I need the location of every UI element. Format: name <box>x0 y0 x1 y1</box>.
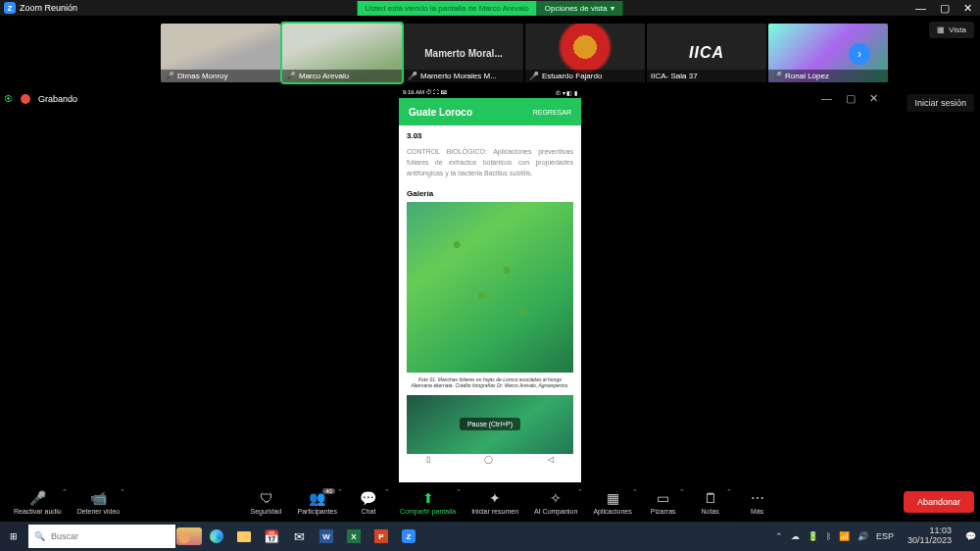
sparkle-icon: ✦ <box>489 490 501 506</box>
ai-companion-button[interactable]: ⌃✧AI Companion <box>526 490 585 515</box>
tray-chevron-icon[interactable]: ⌃ <box>775 531 783 541</box>
edge-taskbar-icon[interactable] <box>203 522 230 551</box>
zoom-taskbar-icon[interactable]: Z <box>395 522 422 551</box>
window-controls: — ▢ ✕ <box>915 2 980 15</box>
explorer-taskbar-icon[interactable] <box>230 522 258 551</box>
apps-button[interactable]: ⌃▦Aplicaciones <box>585 490 639 515</box>
chevron-up-icon[interactable]: ⌃ <box>337 488 343 496</box>
weather-widget[interactable] <box>175 522 203 551</box>
participant-tile[interactable]: IICA IICA- Sala 37 <box>647 24 766 82</box>
mic-muted-icon: 🎤 <box>529 72 539 80</box>
signin-button[interactable]: Iniciar sesión <box>906 94 974 112</box>
gallery-next-button[interactable]: › <box>849 43 870 65</box>
minimize-button[interactable]: — <box>915 2 926 15</box>
chat-button[interactable]: ⌃💬Chat <box>345 490 392 515</box>
chevron-down-icon: ▾ <box>611 4 614 13</box>
participant-name: Estuardo Fajardo <box>542 72 602 80</box>
participant-tile[interactable]: 🎤Dimas Monroy <box>161 24 280 82</box>
app-header: Guate Loroco REGRESAR <box>399 98 581 125</box>
bluetooth-icon[interactable]: ᛒ <box>826 531 831 541</box>
chevron-up-icon[interactable]: ⌃ <box>726 488 732 496</box>
window-title: Zoom Reunión <box>20 3 77 13</box>
mic-off-icon: 🎤 <box>29 490 46 506</box>
participants-gallery: 🎤Dimas Monroy 🎤Marco Arevalo Mamerto Mor… <box>127 24 921 84</box>
chevron-up-icon[interactable]: ⌃ <box>62 488 68 496</box>
participant-name: Ronal López <box>785 72 829 80</box>
shared-window-controls: — ▢ ✕ <box>821 92 878 105</box>
chevron-up-icon[interactable]: ⌃ <box>577 488 583 496</box>
more-button[interactable]: ⋯Más <box>734 490 781 515</box>
notes-button[interactable]: ⌃🗒Notas <box>687 490 734 515</box>
mic-muted-icon: 🎤 <box>408 72 417 80</box>
powerpoint-taskbar-icon[interactable]: P <box>368 522 395 551</box>
view-options-button[interactable]: Opciones de vista▾ <box>537 1 623 16</box>
audio-button[interactable]: ⌃🎤Reactivar audio <box>6 490 70 515</box>
mic-muted-icon: 🎤 <box>165 72 174 80</box>
whiteboard-button[interactable]: ⌃▭Pizarras <box>640 490 687 515</box>
calendar-taskbar-icon[interactable]: 📅 <box>258 522 285 551</box>
whiteboard-icon: ▭ <box>657 490 669 506</box>
taskbar-search[interactable]: 🔍Buscar <box>28 525 175 548</box>
taskbar-clock[interactable]: 11:0330/11/2023 <box>902 526 957 546</box>
check-icon: ⦿ <box>4 94 13 104</box>
mic-muted-icon: 🎤 <box>286 72 296 80</box>
share-screen-button[interactable]: ⌃⬆Compartir pantalla <box>392 490 464 515</box>
summary-button[interactable]: ✦Iniciar resumen <box>464 490 526 515</box>
participant-name: Dimas Monroy <box>177 72 228 80</box>
chevron-up-icon[interactable]: ⌃ <box>456 488 462 496</box>
excel-taskbar-icon[interactable]: X <box>340 522 368 551</box>
ai-icon: ✧ <box>550 490 562 506</box>
pause-tooltip: Pause (Ctrl+P) <box>460 418 520 430</box>
start-button[interactable]: ⊞ <box>0 522 27 551</box>
app-title: Guate Loroco <box>409 107 472 118</box>
search-icon: 🔍 <box>34 531 45 541</box>
gallery-image-1 <box>407 202 573 373</box>
leave-button[interactable]: Abandonar <box>904 491 974 513</box>
shield-icon: 🛡 <box>260 490 273 506</box>
language-indicator[interactable]: ESP <box>876 531 894 541</box>
meeting-toolbar: ⌃🎤Reactivar audio ⌃📹Detener video 🛡Segur… <box>0 482 980 522</box>
phone-status-bar: 9:16 AM ⏱ ⛶ ✉✆ ▾ ◧ ▮ <box>399 86 581 98</box>
chevron-up-icon[interactable]: ⌃ <box>120 488 125 496</box>
participant-tile[interactable]: 🎤Estuardo Fajardo <box>525 24 645 82</box>
record-dot-icon <box>21 94 30 104</box>
mail-taskbar-icon[interactable]: ✉ <box>285 522 313 551</box>
more-icon: ⋯ <box>751 490 764 506</box>
shared-minimize[interactable]: — <box>821 92 832 105</box>
video-button[interactable]: ⌃📹Detener video <box>70 490 128 515</box>
image-caption: Foto 01. Manchas foliares en hojas de Lo… <box>399 375 581 395</box>
participant-tile[interactable]: 🎤Marco Arevalo <box>282 24 402 82</box>
notifications-icon[interactable]: 💬 <box>965 531 976 541</box>
participants-count: 40 <box>322 488 335 494</box>
shared-screen-area: — ▢ ✕ 9:16 AM ⏱ ⛶ ✉✆ ▾ ◧ ▮ Guate Loroco … <box>102 86 878 484</box>
chevron-up-icon[interactable]: ⌃ <box>679 488 685 496</box>
recording-label: Grabando <box>38 94 77 104</box>
security-button[interactable]: 🛡Seguridad <box>243 490 290 515</box>
chevron-up-icon[interactable]: ⌃ <box>384 488 390 496</box>
back-button[interactable]: REGRESAR <box>533 109 571 116</box>
close-button[interactable]: ✕ <box>963 2 972 15</box>
shared-close[interactable]: ✕ <box>869 92 878 105</box>
apps-icon: ▦ <box>607 490 619 506</box>
wifi-icon[interactable]: 📶 <box>839 531 850 541</box>
word-taskbar-icon[interactable]: W <box>313 522 340 551</box>
zoom-app-icon: Z <box>4 2 16 14</box>
participant-tile[interactable]: Mamerto Moral... 🎤Mamerto Morales M... <box>404 24 523 82</box>
mic-muted-icon: 🎤 <box>772 72 782 80</box>
battery-icon[interactable]: 🔋 <box>808 531 818 541</box>
chat-icon: 💬 <box>360 490 376 506</box>
system-tray[interactable]: ⌃ ☁ 🔋 ᛒ 📶 🔊 ESP 11:0330/11/2023 💬 <box>771 526 980 546</box>
notes-icon: 🗒 <box>704 490 717 506</box>
view-button[interactable]: ▦Vista <box>929 22 974 38</box>
chevron-up-icon[interactable]: ⌃ <box>632 488 638 496</box>
participants-button[interactable]: 40⌃👥Participantes <box>290 490 345 515</box>
phone-mockup: 9:16 AM ⏱ ⛶ ✉✆ ▾ ◧ ▮ Guate Loroco REGRES… <box>399 86 581 482</box>
gallery-image-2: Pause (Ctrl+P) <box>407 395 573 454</box>
volume-icon[interactable]: 🔊 <box>858 531 868 541</box>
onedrive-icon[interactable]: ☁ <box>791 531 800 541</box>
maximize-button[interactable]: ▢ <box>940 2 950 15</box>
shared-maximize[interactable]: ▢ <box>846 92 856 105</box>
participant-name: IICA- Sala 37 <box>651 72 698 80</box>
share-banner: Usted está viendo la pantalla de Marco A… <box>358 0 623 16</box>
share-banner-message: Usted está viendo la pantalla de Marco A… <box>358 1 537 16</box>
